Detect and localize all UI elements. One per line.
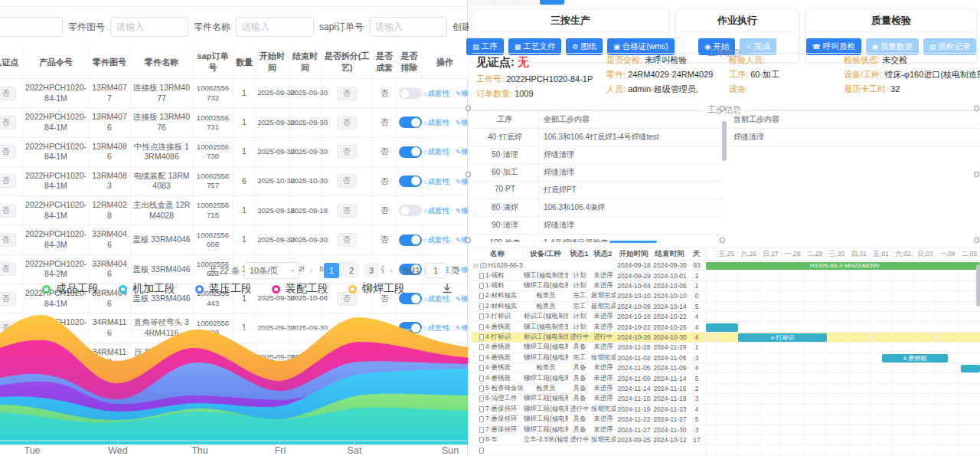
selection-handle[interactable] [720,106,725,111]
legend-item[interactable]: 装压工段 [195,282,252,296]
pagination: 共 22 条 10条/页 ▾ ‹ 1 2 3 › 前往 页 [209,262,459,279]
selection-handle[interactable] [720,238,725,243]
legend-label: 机加工段 [132,282,175,296]
step-op: 50·清理 [472,146,539,163]
document-icon [479,324,484,330]
gantt-days: 5 [688,303,706,310]
page-number-button[interactable]: 1 [324,263,339,278]
tree-collapse-icon[interactable]: ⊟ [473,262,479,269]
legend-item[interactable]: 成品工段 [42,282,99,296]
download-icon[interactable] [441,282,453,297]
steps-scrollbar[interactable] [722,121,727,161]
split-badge[interactable]: 否 [337,233,357,247]
suite-link[interactable]: ⌂成套性 [424,235,450,244]
clipped-filter-input[interactable] [0,17,63,37]
step-row[interactable]: 60·加工 焊缝清理 [472,164,721,182]
exclude-toggle[interactable] [399,116,422,128]
cell-part-name: 盖板 33RM4046 [130,254,193,284]
step-row[interactable]: 40·打底焊 106.3和106.4打底焊1-4号焊缝test [472,129,721,146]
exclude-toggle[interactable] [399,176,422,187]
gantt-start: 2024-09-29 [616,272,652,280]
cell-product: 2022HPCH1020-84-3M [23,225,89,254]
suite-link[interactable]: ⌂成套性 [424,147,450,156]
next-page-button[interactable]: › [384,263,399,278]
cell-qty: 1 [233,137,256,166]
gantt-status1: 计划 [568,312,591,321]
legend-ring-icon [195,285,204,294]
step-row[interactable]: 100·检查 1-4号焊缝目视检查 [472,235,721,242]
exclude-toggle[interactable] [399,87,422,99]
witness-badge: 否 [0,174,16,188]
gantt-bar[interactable]: H1026-66-3·MHZZA8300 [706,262,980,271]
cell-drawing-no: 33RM4046 [89,254,130,284]
sap-order-input[interactable] [369,17,447,37]
selection-handle[interactable] [974,172,979,177]
part-drawing-input[interactable] [110,17,188,37]
gantt-bar[interactable] [706,323,738,332]
gantt-scrollbar[interactable] [976,264,980,307]
step-row[interactable]: 90·清理 焊缝清理 [472,217,721,235]
suite-link[interactable]: ⌂成套性 [424,206,450,215]
exclude-toggle[interactable] [399,205,422,216]
gantt-row-name: 4·磨锈斑 [472,323,524,332]
suite-link[interactable]: ⌂成套性 [424,118,450,126]
gantt-bar[interactable] [961,365,980,373]
document-icon [479,283,484,289]
gantt-days: 5 [688,375,706,382]
tab-stub[interactable] [516,0,537,5]
gantt-status2: 进行中 [591,333,616,342]
tab-stub[interactable] [470,0,492,5]
selection-handle[interactable] [466,238,471,243]
document-icon [479,395,484,402]
gantt-status1: 具备 [568,374,591,383]
step-row[interactable]: 70·PT 打底焊PT [472,182,721,199]
page-number-button[interactable]: 3 [364,263,379,278]
exclude-toggle[interactable] [399,235,422,246]
cell-part-name: 连接板 13RM4077 [130,79,193,108]
gantt-days: 93 [688,261,706,269]
prev-page-button[interactable]: ‹ [304,263,319,278]
legend-item[interactable]: 装配工段 [272,282,328,296]
cell-start: 2025-09-30 [256,137,289,166]
gantt-row-name: ⊟ H1026-66-3·MHZZA8300 [472,261,524,269]
edit-icon: ✎ [456,148,461,156]
page-size-select[interactable]: 10条/页 ▾ [244,262,299,279]
suite-link[interactable]: ⌂成套性 [424,177,450,185]
selection-handle[interactable] [466,106,471,111]
step-row[interactable]: 50·清理 焊缝清理 [472,146,721,164]
exclude-toggle[interactable] [399,146,422,158]
col-qty: 数量 [233,46,256,79]
active-tab[interactable] [540,0,564,5]
selection-handle[interactable] [974,106,979,111]
cell-part-name: 盖板 33RM4046 [130,225,193,254]
legend-item[interactable]: 机加工段 [119,282,175,296]
split-badge[interactable]: 否 [337,116,357,130]
split-badge[interactable]: 否 [337,174,357,188]
gantt-equip: 铆焊工段(核电制造部) [524,405,568,414]
gantt-days: 5 [688,415,706,423]
split-badge[interactable]: 否 [337,87,357,100]
gantt-end: 2024-11-14 [652,375,688,382]
selection-handle[interactable] [974,238,979,243]
selection-handle[interactable] [466,172,471,177]
cell-end: 2025-09-18 [289,196,322,225]
cell-end: 2025-09-30 [289,79,322,108]
tab-stub[interactable] [493,0,514,5]
horizontal-scroll-indicator[interactable] [609,241,657,243]
legend-item[interactable]: 铆焊工段 [348,282,405,296]
gantt-bar[interactable]: 4·打标识 [738,333,827,342]
suite-link[interactable]: ⌂成套性 [424,89,450,97]
gantt-bar[interactable]: 4·磨锈斑 [882,354,948,363]
gantt-start: 2024-11-27 [616,426,652,434]
split-badge[interactable]: 否 [337,204,357,218]
step-row[interactable]: 80·满焊 106.3和106.4满焊 [472,199,721,217]
gantt-status2: 未进序 [591,415,616,424]
part-name-input[interactable] [236,17,314,37]
page-number-button[interactable]: 2 [344,263,359,278]
gantt-end: 2024-11-29 [652,343,688,351]
goto-page-input[interactable] [425,263,446,278]
cell-split: 否 [322,137,372,166]
document-icon [479,406,484,412]
split-badge[interactable]: 否 [337,145,357,159]
gantt-status2: 未进序 [591,425,616,435]
